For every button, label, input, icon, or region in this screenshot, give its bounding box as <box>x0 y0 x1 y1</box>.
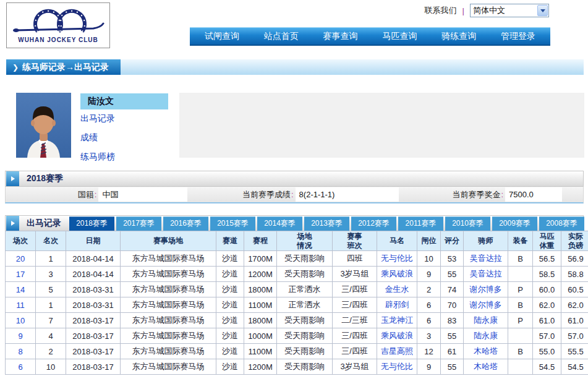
cell-日期: 2018-04-14 <box>66 267 121 282</box>
column-header-赛程: 赛程 <box>244 231 277 251</box>
horseshoe-logo-icon <box>12 8 104 38</box>
cell-评分: 70 <box>441 297 464 313</box>
tab-2016赛季[interactable]: 2016赛季 <box>163 216 208 231</box>
profile-link-出马记录[interactable]: 出马记录 <box>80 113 115 124</box>
cell-场地情况: 正常洒水 <box>277 297 333 313</box>
link-马名[interactable]: 无与伦比 <box>381 254 413 263</box>
link-马名[interactable]: 辟邪剑 <box>385 300 409 309</box>
cell-场地情况: 受天雨影响 <box>277 313 333 328</box>
trainer-name: 陆汝文 <box>80 93 168 109</box>
link-场次[interactable]: 20 <box>16 254 25 263</box>
link-骑师[interactable]: 谢尔博多 <box>470 300 502 309</box>
cell-马匹体重: 54.5 <box>533 359 561 375</box>
link-骑师[interactable]: 木哈塔 <box>474 362 498 371</box>
link-骑师[interactable]: 吴音达拉 <box>470 254 502 263</box>
link-场次[interactable]: 9 <box>18 331 22 341</box>
link-马名[interactable]: 吉星高照 <box>381 346 413 356</box>
cell-装备 <box>508 359 533 375</box>
cell-日期: 2018-03-17 <box>66 344 121 359</box>
nav-item-骑练查询[interactable]: 骑练查询 <box>441 31 476 42</box>
profile-link-练马师榜[interactable]: 练马师榜 <box>80 152 115 163</box>
nav-item-马匹查询[interactable]: 马匹查询 <box>382 31 417 42</box>
cell-日期: 2018-03-17 <box>66 313 121 328</box>
cell-实际负磅: 61.0 <box>561 313 588 328</box>
link-骑师[interactable]: 吴音达拉 <box>470 269 502 278</box>
nav-item-试闸查询[interactable]: 试闸查询 <box>205 31 239 42</box>
link-马名[interactable]: 金生水 <box>385 284 409 294</box>
link-场次[interactable]: 14 <box>16 285 25 294</box>
cell-场次: 9 <box>6 328 36 344</box>
tab-2009赛季[interactable]: 2009赛季 <box>492 216 537 231</box>
link-马名[interactable]: 玉龙神江 <box>381 315 413 325</box>
column-header-闸位: 闸位 <box>417 231 441 251</box>
cell-评分: 74 <box>441 282 464 297</box>
tab-2017赛季[interactable]: 2017赛季 <box>116 216 161 231</box>
tab-2008赛季[interactable]: 2008赛季 <box>539 216 584 231</box>
link-骑师[interactable]: 谢尔博多 <box>470 284 502 294</box>
cell-闸位: 6 <box>417 313 441 328</box>
tab-2014赛季[interactable]: 2014赛季 <box>257 216 302 231</box>
profile-link-成绩[interactable]: 成绩 <box>80 132 115 143</box>
cell-赛程: 1200M <box>244 359 277 375</box>
cell-赛道: 沙道 <box>216 359 244 375</box>
link-场次[interactable]: 10 <box>16 316 25 325</box>
cell-场地情况: 受天雨影响 <box>277 267 333 282</box>
season-info-row: 国籍:中国当前赛季成绩:8(2-1-1-1)当前赛季奖金:7500.0 <box>5 187 584 203</box>
column-header-场地情况: 场地情况 <box>277 231 333 251</box>
column-header-评分: 评分 <box>441 231 464 251</box>
tab-2010赛季[interactable]: 2010赛季 <box>445 216 490 231</box>
cell-骑师: 吴音达拉 <box>464 251 508 267</box>
table-body: 2012018-04-14东方马城国际赛马场沙道1700M受天雨影响四班无与伦比… <box>6 251 588 375</box>
link-骑师[interactable]: 木哈塔 <box>474 346 498 356</box>
link-马名[interactable]: 乘风破浪 <box>381 269 413 278</box>
cell-场地情况: 受天雨影响 <box>277 359 333 375</box>
link-骑师[interactable]: 陆永康 <box>474 315 498 325</box>
cell-闸位: 9 <box>417 267 441 282</box>
nav-item-管理登录[interactable]: 管理登录 <box>501 31 535 42</box>
season-field: 当前赛季奖金:7500.0 <box>413 187 583 202</box>
cell-赛事班次: 三/四班 <box>333 297 377 313</box>
cell-马匹体重: 61.0 <box>533 313 561 328</box>
cell-场地情况: 受天雨影响 <box>277 344 333 359</box>
link-马名[interactable]: 无与伦比 <box>381 362 413 371</box>
link-骑师[interactable]: 陆永康 <box>474 331 498 340</box>
cell-闸位: 9 <box>417 359 441 375</box>
link-场次[interactable]: 6 <box>18 362 22 372</box>
language-select[interactable]: 简体中文 <box>470 4 549 17</box>
link-场次[interactable]: 8 <box>18 347 22 356</box>
cell-马匹体重: 55.0 <box>533 344 561 359</box>
field-value: 中国 <box>98 187 187 202</box>
cell-评分: 53 <box>441 251 464 267</box>
cell-马匹体重: 58.5 <box>533 267 561 282</box>
link-马名[interactable]: 乘风破浪 <box>381 331 413 340</box>
cell-赛程: 1000M <box>244 328 277 344</box>
link-场次[interactable]: 17 <box>16 270 25 279</box>
contact-us-link[interactable]: 联系我们 <box>425 5 457 16</box>
tab-2015赛季[interactable]: 2015赛季 <box>210 216 255 231</box>
cell-赛事场地: 东方马城国际赛马场 <box>121 251 216 267</box>
cell-日期: 2018-03-31 <box>66 282 121 297</box>
field-value: 7500.0 <box>505 187 562 202</box>
cell-场次: 17 <box>6 267 36 282</box>
cell-实际负磅: 57.0 <box>561 328 588 344</box>
field-colon: : <box>291 190 294 199</box>
cell-名次: 10 <box>36 359 66 375</box>
tab-2012赛季[interactable]: 2012赛季 <box>351 216 396 231</box>
nav-item-站点首页[interactable]: 站点首页 <box>264 31 299 42</box>
tab-2018赛季[interactable]: 2018赛季 <box>69 216 114 231</box>
tab-2013赛季[interactable]: 2013赛季 <box>304 216 349 231</box>
cell-赛事场地: 东方马城国际赛马场 <box>121 297 216 313</box>
nav-item-赛事查询[interactable]: 赛事查询 <box>323 31 358 42</box>
tab-2011赛季[interactable]: 2011赛季 <box>398 216 443 231</box>
cell-马匹体重: 56.5 <box>533 251 561 267</box>
cell-骑师: 木哈塔 <box>464 344 508 359</box>
cell-赛事场地: 东方马城国际赛马场 <box>121 313 216 328</box>
cell-赛事场地: 东方马城国际赛马场 <box>121 282 216 297</box>
link-场次[interactable]: 11 <box>16 301 25 310</box>
page: WUHAN JOCKEY CLUB 联系我们 | 简体中文 试闸查询站点首页赛事… <box>0 0 588 376</box>
field-label: 当前赛季奖金 <box>413 189 501 200</box>
select-dropdown-button[interactable] <box>537 5 548 16</box>
cell-马名: 玉龙神江 <box>377 313 417 328</box>
topbar: 联系我们 | 简体中文 <box>425 4 549 17</box>
cell-马名: 吉星高照 <box>377 344 417 359</box>
